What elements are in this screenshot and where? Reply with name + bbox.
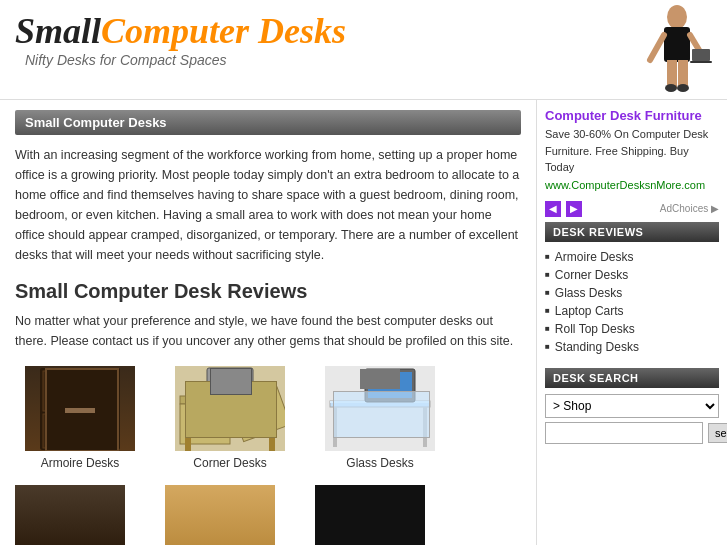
svg-point-7	[677, 84, 689, 92]
desk-corner-image	[175, 366, 285, 451]
desk-item-glass[interactable]: Glass Desks	[315, 366, 445, 470]
desk-grid-row2	[15, 485, 521, 545]
search-input[interactable]	[545, 422, 703, 444]
svg-rect-16	[60, 414, 100, 415]
content-wrapper: Small Computer Desks With an increasing …	[0, 100, 727, 545]
sidebar-list-item-corner[interactable]: Corner Desks	[545, 266, 719, 284]
sidebar-link-rolltop[interactable]: Roll Top Desks	[555, 322, 635, 336]
sidebar-list-item-laptop[interactable]: Laptop Carts	[545, 302, 719, 320]
reviews-title: Small Computer Desk Reviews	[15, 280, 521, 303]
svg-line-2	[650, 35, 664, 60]
svg-rect-22	[200, 398, 260, 404]
armoire-svg	[25, 366, 135, 451]
main-section-header: Small Computer Desks	[15, 110, 521, 135]
main-section-header-text: Small Computer Desks	[25, 115, 167, 130]
desk-reviews-header: DESK REVIEWS	[545, 222, 719, 242]
sidebar-list-item-standing[interactable]: Standing Desks	[545, 338, 719, 356]
svg-rect-4	[667, 60, 677, 88]
desk-corner-label: Corner Desks	[193, 456, 266, 470]
svg-rect-20	[207, 368, 253, 398]
search-button[interactable]: search	[708, 423, 727, 443]
header-person-image	[622, 5, 712, 95]
svg-rect-10	[40, 368, 120, 450]
svg-rect-11	[43, 371, 78, 411]
svg-point-14	[57, 388, 63, 394]
logo-main-text: Computer Desks	[101, 11, 346, 51]
svg-rect-24	[269, 436, 275, 451]
sidebar-ad: Computer Desk Furniture Save 30-60% On C…	[545, 108, 719, 191]
desk-item-small-1	[15, 485, 145, 545]
svg-point-0	[667, 5, 687, 29]
ad-prev-button[interactable]: ◀	[545, 201, 561, 217]
svg-rect-17	[180, 396, 280, 404]
search-section: > Shop search Advanced	[545, 394, 719, 444]
desk-small-img-3	[315, 485, 425, 545]
desk-armoire-label: Armoire Desks	[41, 456, 120, 470]
svg-rect-25	[330, 401, 430, 407]
desk-grid-row1: Armoire Desks Corner Desks	[15, 366, 521, 470]
ad-text: Save 30-60% On Computer Desk Furniture. …	[545, 126, 719, 176]
svg-rect-21	[211, 371, 249, 394]
ad-choices-label: AdChoices ▶	[660, 203, 719, 214]
svg-rect-5	[678, 60, 688, 88]
sidebar: Computer Desk Furniture Save 30-60% On C…	[537, 100, 727, 545]
desk-item-corner[interactable]: Corner Desks	[165, 366, 295, 470]
svg-rect-1	[664, 27, 690, 62]
person-svg	[622, 5, 712, 100]
glass-svg	[325, 366, 435, 451]
search-dropdown[interactable]: > Shop	[545, 394, 719, 418]
logo-tagline: Nifty Desks for Compact Spaces	[25, 52, 227, 68]
sidebar-link-armoire[interactable]: Armoire Desks	[555, 250, 634, 264]
svg-rect-27	[333, 407, 337, 447]
svg-rect-8	[692, 49, 710, 61]
sidebar-list-item-glass[interactable]: Glass Desks	[545, 284, 719, 302]
svg-rect-26	[330, 401, 430, 403]
desk-search-header: DESK SEARCH	[545, 368, 719, 388]
svg-rect-28	[423, 407, 427, 447]
ad-url[interactable]: www.ComputerDesksnMore.com	[545, 179, 719, 191]
sidebar-list-item-rolltop[interactable]: Roll Top Desks	[545, 320, 719, 338]
logo-small-text: Small	[15, 11, 101, 51]
svg-rect-30	[368, 372, 412, 398]
reviews-desc: No matter what your preference and style…	[15, 311, 521, 351]
desk-glass-image	[325, 366, 435, 451]
sidebar-link-standing[interactable]: Standing Desks	[555, 340, 639, 354]
svg-rect-9	[690, 61, 712, 63]
svg-point-6	[665, 84, 677, 92]
desk-item-small-3	[315, 485, 445, 545]
desk-small-img-2	[165, 485, 275, 545]
svg-rect-13	[43, 414, 117, 448]
main-content: Small Computer Desks With an increasing …	[0, 100, 537, 545]
corner-svg	[175, 366, 285, 451]
logo-container: SmallComputer Desks Nifty Desks for Comp…	[15, 10, 712, 68]
page-intro-text: With an increasing segment of the workfo…	[15, 145, 521, 265]
svg-point-15	[97, 388, 103, 394]
desk-small-img-1	[15, 485, 125, 545]
desk-reviews-list: Armoire Desks Corner Desks Glass Desks L…	[545, 248, 719, 356]
page-header: SmallComputer Desks Nifty Desks for Comp…	[0, 0, 727, 100]
svg-rect-19	[230, 387, 285, 442]
desk-armoire-image	[25, 366, 135, 451]
ad-title[interactable]: Computer Desk Furniture	[545, 108, 719, 123]
sidebar-link-laptop[interactable]: Laptop Carts	[555, 304, 624, 318]
sidebar-link-corner[interactable]: Corner Desks	[555, 268, 628, 282]
ad-next-button[interactable]: ▶	[566, 201, 582, 217]
desk-item-armoire[interactable]: Armoire Desks	[15, 366, 145, 470]
desk-glass-label: Glass Desks	[346, 456, 413, 470]
svg-rect-23	[185, 436, 191, 451]
sidebar-list-item-armoire[interactable]: Armoire Desks	[545, 248, 719, 266]
svg-rect-12	[82, 371, 117, 411]
search-row: search Advanced	[545, 422, 719, 444]
desk-item-small-2	[165, 485, 295, 545]
ad-nav: ◀ ▶ AdChoices ▶	[545, 201, 719, 217]
sidebar-link-glass[interactable]: Glass Desks	[555, 286, 622, 300]
